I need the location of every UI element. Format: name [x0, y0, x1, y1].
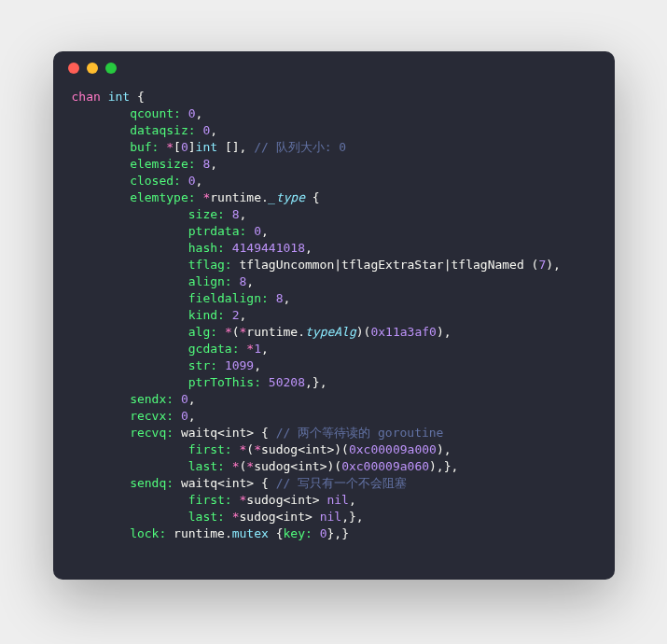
code-token: ,},	[341, 510, 363, 524]
code-token: fieldalign:	[188, 291, 269, 305]
code-token: _type	[269, 190, 305, 204]
code-token: (	[246, 442, 254, 456]
code-token: recvx:	[130, 409, 174, 423]
code-token: (	[232, 325, 240, 339]
code-token: 1	[254, 342, 261, 356]
code-token: align:	[188, 274, 232, 288]
code-block: chan int { qcount: 0, dataqsiz: 0, buf: …	[53, 85, 615, 580]
code-token: ,	[188, 409, 196, 423]
code-token: ),},	[429, 459, 458, 473]
code-token: ,},	[305, 375, 327, 389]
code-token: *	[232, 459, 240, 473]
code-token: sudog<int>	[261, 442, 334, 456]
code-token: {	[261, 426, 269, 440]
code-token: runtime	[174, 526, 225, 540]
code-token: sudog<int>	[246, 493, 319, 507]
code-token: ),	[546, 258, 561, 272]
code-token: [	[174, 140, 181, 154]
code-token: sendq:	[130, 476, 174, 490]
code-token: ,	[210, 157, 217, 171]
code-token: *	[254, 442, 261, 456]
code-token: )(	[356, 325, 371, 339]
code-token: ,	[246, 274, 254, 288]
code-token: 0x11a3af0	[370, 325, 436, 339]
code-token: ,	[210, 123, 217, 137]
code-token: ,	[261, 342, 269, 356]
code-token: )(	[334, 442, 349, 456]
code-token: 0xc00009a000	[349, 442, 437, 456]
code-token: ]	[188, 140, 196, 154]
code-token: sendx:	[130, 392, 174, 406]
code-token: .	[225, 526, 232, 540]
code-token: key:	[284, 526, 313, 540]
code-token: kind:	[188, 308, 225, 322]
code-comment: // 两个等待读的 goroutine	[276, 426, 444, 440]
code-token: ,	[188, 392, 196, 406]
code-token: )(	[327, 459, 341, 473]
code-token: ,	[283, 291, 290, 305]
code-token: ),	[437, 442, 452, 456]
code-token: 50208	[269, 375, 305, 389]
code-token: {	[305, 190, 320, 204]
close-icon[interactable]	[68, 63, 79, 74]
code-token: *	[246, 459, 254, 473]
code-token: hash:	[188, 241, 225, 255]
code-token: 0xc00009a060	[341, 459, 429, 473]
code-token: ),	[437, 325, 452, 339]
code-comment: // 写只有一个不会阻塞	[276, 476, 407, 490]
code-token: ,	[240, 207, 247, 221]
code-token: closed:	[130, 174, 181, 188]
code-token: size:	[188, 207, 225, 221]
code-token: 2	[232, 308, 240, 322]
code-token: str:	[188, 358, 217, 372]
code-token: waitq<int>	[181, 476, 254, 490]
code-token: ptrdata:	[188, 224, 247, 238]
code-token: gcdata:	[188, 342, 240, 356]
code-token: {	[137, 90, 145, 104]
code-token: 0	[181, 392, 188, 406]
code-token: ,	[196, 174, 203, 188]
code-token: first:	[188, 493, 232, 507]
code-window: chan int { qcount: 0, dataqsiz: 0, buf: …	[53, 51, 615, 580]
code-token: 0	[188, 174, 196, 188]
code-token: .	[298, 325, 305, 339]
code-token: *	[232, 510, 240, 524]
code-token: ,	[305, 241, 313, 255]
code-token: 0	[181, 140, 188, 154]
code-token: tflag:	[188, 258, 232, 272]
code-token: 0	[188, 106, 196, 120]
code-token: 8	[232, 207, 240, 221]
code-token: first:	[188, 442, 232, 456]
window-titlebar	[53, 51, 615, 85]
code-token: recvq:	[130, 426, 174, 440]
code-comment: // 队列大小: 0	[254, 140, 346, 154]
code-token: 0	[254, 224, 261, 238]
code-token: mutex	[232, 526, 269, 540]
code-token: buf:	[130, 140, 159, 154]
minimize-icon[interactable]	[87, 63, 98, 74]
code-token: 1099	[225, 358, 254, 372]
code-token: runtime	[210, 190, 261, 204]
code-token: ,	[196, 106, 203, 120]
code-token: ,	[254, 358, 261, 372]
code-token: lock:	[130, 526, 166, 540]
code-token: 0	[181, 409, 188, 423]
code-token: ,	[240, 308, 247, 322]
code-token: sudog<int>	[254, 459, 327, 473]
code-token: alg:	[188, 325, 217, 339]
code-token: typeAlg	[305, 325, 356, 339]
code-token: int	[196, 140, 217, 154]
code-token: 4149441018	[232, 241, 305, 255]
code-token: nil	[320, 510, 341, 524]
code-token: runtime	[246, 325, 298, 339]
code-token: sudog<int>	[240, 510, 313, 524]
code-token: },}	[327, 526, 348, 540]
code-token: chan	[72, 90, 101, 104]
code-token: {	[261, 476, 269, 490]
code-token: tflagUncommon|tflagExtraStar|tflagNamed	[240, 258, 524, 272]
code-token: *	[166, 140, 174, 154]
code-token: ptrToThis:	[188, 375, 261, 389]
code-token: int	[108, 90, 130, 104]
maximize-icon[interactable]	[105, 63, 117, 74]
code-token: nil	[327, 493, 348, 507]
